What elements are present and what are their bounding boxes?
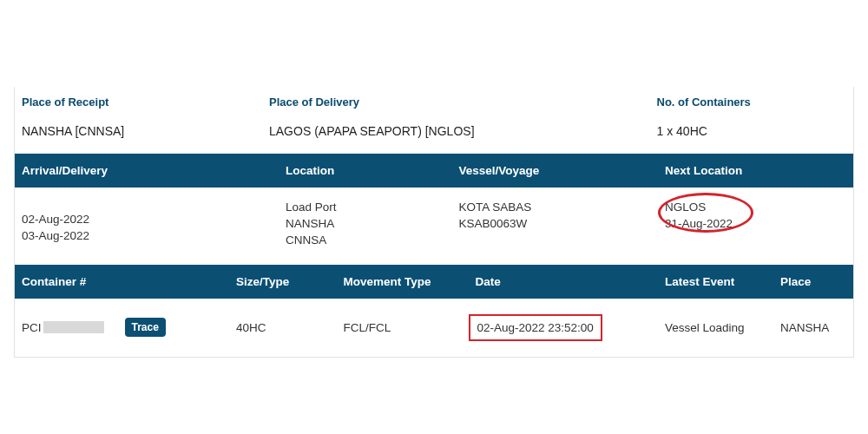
- place-of-receipt-block: Place of Receipt NANSHA [CNNSA]: [22, 95, 269, 138]
- header-size-type: Size/Type: [236, 275, 344, 288]
- header-location: Location: [286, 164, 459, 177]
- place-cell: NANSHA: [780, 321, 846, 334]
- place-of-receipt-value: NANSHA [CNNSA]: [22, 124, 252, 138]
- vessel-name: KOTA SABAS: [459, 200, 666, 216]
- next-location-cell: NGLOS 31-Aug-2022: [665, 200, 846, 249]
- container-number-cell: PCI Trace: [22, 318, 236, 337]
- latest-event-cell: Vessel Loading: [665, 321, 780, 334]
- place-of-delivery-label: Place of Delivery: [269, 95, 640, 108]
- container-table-header: Container # Size/Type Movement Type Date…: [15, 265, 853, 299]
- header-date: Date: [476, 275, 666, 288]
- header-movement-type: Movement Type: [344, 275, 476, 288]
- place-of-delivery-value: LAGOS (APAPA SEAPORT) [NGLOS]: [269, 124, 640, 138]
- header-container-number: Container #: [22, 275, 236, 288]
- vessel-voyage-cell: KOTA SABAS KSAB0063W: [459, 200, 666, 249]
- container-event-date: 02-Aug-2022 23:52:00: [477, 321, 594, 334]
- voyage-table-header: Arrival/Delivery Location Vessel/Voyage …: [15, 154, 853, 187]
- location-code: CNNSA: [286, 233, 459, 249]
- summary-row: Place of Receipt NANSHA [CNNSA] Place of…: [15, 87, 853, 154]
- arrival-delivery-cell: 02-Aug-2022 03-Aug-2022: [22, 200, 286, 249]
- location-cell: Load Port NANSHA CNNSA: [286, 200, 459, 249]
- trace-button[interactable]: Trace: [125, 318, 166, 337]
- next-location-date: 31-Aug-2022: [665, 216, 846, 233]
- no-of-containers-label: No. of Containers: [657, 95, 830, 108]
- no-of-containers-value: 1 x 40HC: [657, 124, 830, 138]
- next-location-code: NGLOS: [665, 200, 846, 216]
- container-number-redacted: [43, 321, 104, 333]
- voyage-row: 02-Aug-2022 03-Aug-2022 Load Port NANSHA…: [15, 187, 853, 265]
- date-cell: 02-Aug-2022 23:52:00: [476, 314, 666, 341]
- location-name: NANSHA: [286, 216, 459, 233]
- header-place: Place: [780, 275, 846, 288]
- container-prefix: PCI: [22, 321, 42, 334]
- movement-type-cell: FCL/FCL: [344, 321, 476, 334]
- arrival-date-2: 03-Aug-2022: [22, 228, 286, 245]
- container-row: PCI Trace 40HC FCL/FCL 02-Aug-2022 23:52…: [15, 299, 853, 357]
- header-latest-event: Latest Event: [665, 275, 780, 288]
- header-vessel-voyage: Vessel/Voyage: [459, 164, 666, 177]
- location-type: Load Port: [286, 200, 459, 216]
- highlight-box-annotation: 02-Aug-2022 23:52:00: [469, 314, 602, 341]
- arrival-date-1: 02-Aug-2022: [22, 212, 286, 228]
- no-of-containers-block: No. of Containers 1 x 40HC: [657, 95, 847, 138]
- header-next-location: Next Location: [665, 164, 846, 177]
- voyage-code: KSAB0063W: [459, 216, 666, 233]
- place-of-receipt-label: Place of Receipt: [22, 95, 252, 108]
- tracking-panel: Place of Receipt NANSHA [CNNSA] Place of…: [14, 87, 854, 358]
- header-arrival-delivery: Arrival/Delivery: [22, 164, 286, 177]
- size-type-cell: 40HC: [236, 321, 344, 334]
- place-of-delivery-block: Place of Delivery LAGOS (APAPA SEAPORT) …: [269, 95, 657, 138]
